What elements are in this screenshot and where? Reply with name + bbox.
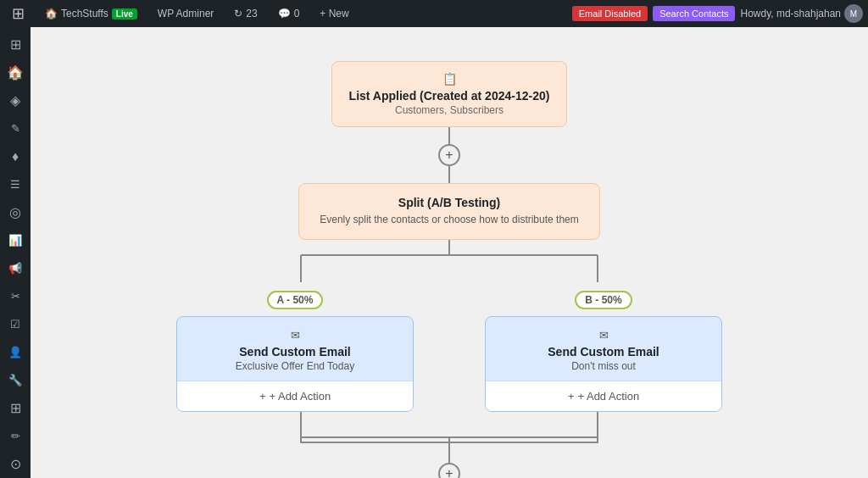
admin-sidebar: ⊞ 🏠 ◈ ✎ ♦ ☰ ◎ 📊 📢 ✂ ☑ 👤 🔧 ⊞ ✏ ⊙	[0, 27, 31, 478]
trigger-icon: 📋	[349, 72, 550, 86]
wp-logo[interactable]: ⊞	[5, 0, 31, 27]
circle-icon: ◎	[9, 204, 21, 220]
live-badge: Live	[112, 8, 137, 19]
adminer-label: WP Adminer	[158, 8, 214, 19]
site-name-item[interactable]: 🏠 TechStuffs Live	[38, 0, 144, 27]
action-node-b[interactable]: ✉ Send Custom Email Don't miss out + + A…	[485, 316, 722, 412]
add-action-button-b[interactable]: + + Add Action	[486, 381, 721, 411]
trigger-subtitle: Customers, Subscribers	[349, 104, 550, 116]
branch-b: B - 50% ✉ Send Custom Email Don't miss o…	[461, 291, 746, 412]
sidebar-item-forms[interactable]: ☑	[0, 310, 31, 338]
vline-2	[448, 166, 450, 183]
action-subtitle-b: Don't miss out	[501, 360, 706, 372]
sidebar-item-list[interactable]: ☰	[0, 170, 31, 198]
sidebar-item-settings[interactable]: 🔧	[0, 366, 31, 394]
new-label: + New	[320, 8, 348, 19]
sidebar-item-dot[interactable]: ⊙	[0, 450, 31, 478]
updates-count: 23	[246, 8, 257, 19]
add-step-button-1[interactable]: +	[438, 144, 460, 166]
search-contacts-button[interactable]: Search Contacts	[653, 6, 735, 21]
pages-icon: ◈	[10, 92, 20, 108]
wp-icon: ⊞	[12, 4, 25, 23]
updates-icon: ↻	[234, 8, 242, 19]
howdy-text: Howdy, md-shahjahan	[740, 8, 841, 19]
sidebar-item-pages[interactable]: ◈	[0, 86, 31, 114]
split-title: Split (A/B Testing)	[320, 196, 579, 209]
analytics-icon: 📊	[8, 234, 22, 247]
badge-a: A - 50%	[267, 291, 324, 309]
sidebar-item-custom[interactable]: ♦	[0, 142, 31, 170]
sidebar-item-analytics[interactable]: 📊	[0, 226, 31, 254]
pen-icon: ✎	[11, 122, 20, 135]
custom-icon: ♦	[12, 149, 19, 164]
users-icon: 👤	[8, 346, 22, 358]
trigger-node[interactable]: 📋 List Applied (Created at 2024-12-20) C…	[331, 61, 568, 127]
comments-icon: 💬	[278, 8, 291, 19]
split-node[interactable]: Split (A/B Testing) Evenly split the con…	[298, 183, 600, 240]
connector-1: +	[438, 127, 460, 183]
sidebar-item-users[interactable]: 👤	[0, 338, 31, 366]
settings-icon: 🔧	[8, 374, 22, 386]
megaphone-icon: 📢	[8, 262, 22, 275]
email-disabled-button[interactable]: Email Disabled	[572, 6, 648, 21]
main-content: 📋 List Applied (Created at 2024-12-20) C…	[31, 27, 868, 478]
split-branches: A - 50% ✉ Send Custom Email Exclusive Of…	[153, 291, 746, 412]
wp-adminer[interactable]: WP Adminer	[151, 0, 220, 27]
grid-icon: ⊞	[10, 400, 21, 416]
admin-bar: ⊞ 🏠 TechStuffs Live WP Adminer ↻ 23 💬 0 …	[0, 0, 868, 27]
site-name: TechStuffs	[61, 8, 108, 19]
site-icon: 🏠	[45, 8, 58, 19]
action-title-b: Send Custom Email	[501, 345, 706, 358]
forms-icon: ☑	[10, 318, 20, 331]
branch-a: A - 50% ✉ Send Custom Email Exclusive Of…	[153, 291, 437, 412]
split-area: A - 50% ✉ Send Custom Email Exclusive Of…	[153, 240, 746, 471]
sidebar-item-home[interactable]: 🏠	[0, 58, 31, 86]
sidebar-item-edit[interactable]: ✏	[0, 422, 31, 450]
flow-container: 📋 List Applied (Created at 2024-12-20) C…	[153, 61, 746, 478]
action-icon-a: ✉	[192, 329, 398, 342]
add-action-button-a[interactable]: + + Add Action	[177, 381, 413, 411]
dot-icon: ⊙	[10, 456, 21, 472]
home-icon: 🏠	[7, 64, 24, 81]
action-header-b: ✉ Send Custom Email Don't miss out	[486, 317, 721, 381]
split-subtitle: Evenly split the contacts or choose how …	[320, 213, 579, 227]
edit-icon: ✏	[11, 430, 20, 442]
tools-icon: ✂	[11, 290, 20, 303]
trigger-title: List Applied (Created at 2024-12-20)	[349, 89, 550, 103]
add-action-label-b: + Add Action	[577, 390, 639, 403]
sidebar-item-megaphone[interactable]: 📢	[0, 254, 31, 282]
howdy-item: Howdy, md-shahjahan M	[740, 4, 863, 23]
merge-lines-svg	[153, 412, 746, 471]
sidebar-item-pen[interactable]: ✎	[0, 114, 31, 142]
sidebar-item-grid[interactable]: ⊞	[0, 394, 31, 422]
action-subtitle-a: Exclusive Offer End Today	[192, 360, 398, 372]
vline-1	[448, 127, 450, 144]
sidebar-item-tools[interactable]: ✂	[0, 282, 31, 310]
comments-item[interactable]: 💬 0	[271, 0, 307, 27]
sidebar-item-circle[interactable]: ◎	[0, 198, 31, 226]
avatar-initials: M	[850, 9, 857, 19]
sidebar-item-dashboard[interactable]: ⊞	[0, 31, 31, 58]
new-item[interactable]: + New	[313, 0, 355, 27]
action-header-a: ✉ Send Custom Email Exclusive Offer End …	[177, 317, 413, 381]
avatar: M	[844, 4, 863, 23]
list-icon: ☰	[10, 178, 20, 191]
badge-b: B - 50%	[575, 291, 632, 309]
add-action-label-a: + Add Action	[269, 390, 331, 403]
flowchart-canvas: 📋 List Applied (Created at 2024-12-20) C…	[31, 27, 868, 478]
dashboard-icon: ⊞	[10, 36, 21, 53]
action-icon-b: ✉	[501, 329, 706, 342]
action-title-a: Send Custom Email	[192, 345, 398, 358]
action-node-a[interactable]: ✉ Send Custom Email Exclusive Offer End …	[176, 316, 414, 412]
add-action-icon-b: +	[568, 390, 575, 403]
add-action-icon-a: +	[259, 390, 266, 403]
comments-count: 0	[294, 8, 300, 19]
updates-item[interactable]: ↻ 23	[227, 0, 264, 27]
